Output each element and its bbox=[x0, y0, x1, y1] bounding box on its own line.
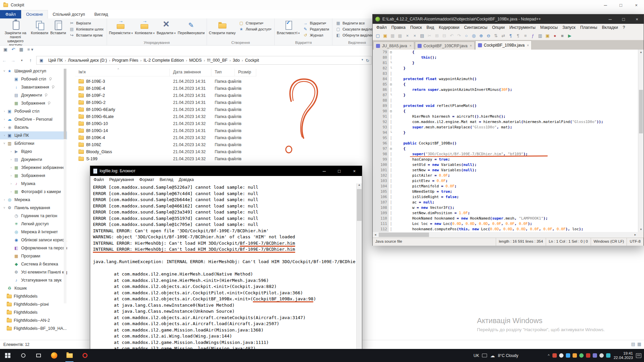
sidebar-item[interactable]: ›Мережа bbox=[0, 196, 67, 204]
recent-locations-icon[interactable]: ▾ bbox=[17, 59, 26, 62]
column-header-0[interactable]: Ім'я^ bbox=[75, 69, 170, 76]
npp-menu-Плагины[interactable]: Плагины bbox=[578, 24, 600, 31]
sidebar-item[interactable]: FlightModels bbox=[0, 308, 67, 316]
close-button[interactable]: × bbox=[630, 14, 644, 24]
rename-button[interactable]: Перейменувати bbox=[177, 19, 206, 35]
stop-macro-icon[interactable]: ■ bbox=[559, 32, 566, 39]
expander-chevron-icon[interactable]: ˅ bbox=[2, 69, 7, 73]
sidebar-item[interactable]: Облікові записи корист... bbox=[0, 236, 67, 244]
print-icon[interactable]: ▤ bbox=[419, 32, 426, 39]
refresh-icon[interactable]: ↻ bbox=[366, 58, 369, 63]
file-row[interactable]: Bf-109E-321.04.2023 14:31Папка файлів bbox=[75, 78, 256, 85]
restore-button[interactable]: □ bbox=[613, 0, 629, 10]
tray-icon[interactable] bbox=[559, 353, 564, 358]
npp-menu-Вкладки[interactable]: Вкладки bbox=[599, 24, 620, 31]
npp-menu-Вид[interactable]: Вид bbox=[424, 24, 437, 31]
file-menu-tab[interactable]: Файл bbox=[0, 10, 21, 18]
breadcrumb-item[interactable]: MODS bbox=[188, 57, 203, 63]
search-button[interactable] bbox=[15, 349, 31, 362]
sidebar-item[interactable]: Годинник та регіон bbox=[0, 212, 67, 220]
paste-icon[interactable]: ⊟ bbox=[441, 32, 448, 39]
edit-button[interactable]: Редагувати bbox=[301, 26, 331, 32]
sidebar-item[interactable]: Система й безпека bbox=[0, 260, 67, 268]
expander-chevron-icon[interactable]: › bbox=[9, 174, 13, 177]
sidebar-item[interactable]: FlightModels--різні bbox=[0, 300, 67, 308]
zoom-in-icon[interactable]: ⊕ bbox=[478, 32, 485, 39]
tray-icon[interactable] bbox=[566, 353, 570, 358]
sidebar-item[interactable]: ˅Панель керування bbox=[0, 204, 67, 212]
qat-customize-icon[interactable]: ≡ ▾ bbox=[28, 47, 34, 52]
sidebar-item[interactable]: ›Збережені зображення bbox=[0, 164, 67, 172]
npp-vertical-scrollbar[interactable]: ▲ ▼ bbox=[638, 50, 644, 232]
expander-chevron-icon[interactable]: › bbox=[9, 166, 13, 169]
expander-chevron-icon[interactable]: › bbox=[2, 110, 7, 113]
file-row[interactable]: Bf-109F-221.04.2023 14:31Папка файлів bbox=[75, 92, 256, 99]
paste-shortcut-button[interactable]: Вставити ярлик bbox=[67, 32, 106, 38]
back-button[interactable]: ← bbox=[0, 58, 9, 63]
close-tab-icon[interactable]: × bbox=[470, 44, 472, 48]
replace-icon[interactable]: ◎ bbox=[470, 32, 477, 39]
address-dropdown-icon[interactable]: ▾ bbox=[362, 58, 363, 63]
sync-scroll-v-icon[interactable]: ⇅ bbox=[492, 32, 499, 39]
sidebar-item[interactable]: Робочий стіл bbox=[0, 75, 67, 83]
sync-scroll-h-icon[interactable]: ⇄ bbox=[500, 32, 507, 39]
move-to-button[interactable]: Перемістити ▾ bbox=[108, 19, 134, 36]
scroll-up-icon[interactable]: ▲ bbox=[638, 50, 644, 55]
sidebar-item[interactable]: Оформлення та персон... bbox=[0, 244, 67, 252]
npp-menu-Файл[interactable]: Файл bbox=[374, 24, 389, 31]
qat-folder-icon[interactable]: ▣ bbox=[3, 47, 7, 52]
ribbon-tab-Основне[interactable]: Основне bbox=[21, 10, 48, 18]
scroll-right-icon[interactable]: ► bbox=[633, 232, 638, 238]
sidebar-item[interactable]: ›Музика bbox=[0, 180, 67, 188]
up-button[interactable]: ↑ bbox=[26, 58, 35, 63]
close-button[interactable]: × bbox=[629, 0, 644, 10]
properties-button[interactable]: Властивості ▾ bbox=[276, 19, 301, 36]
expander-chevron-icon[interactable]: › bbox=[2, 198, 7, 201]
file-row[interactable]: Bf-109G-221.04.2023 14:31Папка файлів bbox=[75, 99, 256, 106]
file-row[interactable]: S-19921.04.2023 14:32Папка файлів bbox=[75, 155, 256, 162]
expander-chevron-icon[interactable]: › bbox=[2, 134, 7, 137]
breadcrumb-item[interactable]: Program Files bbox=[111, 57, 140, 63]
clock[interactable]: 19:41 22.04.2023 bbox=[613, 351, 633, 360]
sidebar-item[interactable]: FlightModels bbox=[0, 292, 67, 300]
expander-chevron-icon[interactable]: › bbox=[9, 158, 13, 161]
minimize-button[interactable]: ─ bbox=[317, 166, 332, 176]
view-icons-icon[interactable]: ▦ bbox=[637, 342, 641, 347]
word-wrap-icon[interactable]: ¶ bbox=[507, 32, 514, 39]
sidebar-item[interactable]: ›OneDrive - Personal bbox=[0, 115, 67, 123]
column-header-2[interactable]: Тип bbox=[211, 69, 235, 76]
expander-chevron-icon[interactable]: › bbox=[9, 182, 13, 185]
sidebar-scrollbar[interactable] bbox=[64, 69, 66, 303]
sidebar-item[interactable]: Легкий доступ bbox=[0, 220, 67, 228]
sidebar-item[interactable]: Зображення bbox=[0, 99, 67, 107]
npp-menu-Инструменты[interactable]: Инструменты bbox=[507, 24, 538, 31]
address-bar[interactable]: Цей ПК›Локальний диск (D:)›Program Files… bbox=[36, 56, 372, 65]
close-button[interactable]: × bbox=[347, 166, 362, 176]
cut-icon[interactable]: ✂ bbox=[426, 32, 433, 39]
find-icon[interactable]: ○ bbox=[463, 32, 470, 39]
new-folder-button[interactable]: Створити папку bbox=[208, 19, 237, 35]
sidebar-item[interactable]: ›Відео bbox=[0, 147, 67, 156]
sidebar-item[interactable]: ˅Бібліотеки bbox=[0, 139, 67, 147]
notepad-scrollbar[interactable]: ▲ bbox=[356, 183, 362, 362]
zoom-out-icon[interactable]: ⊖ bbox=[485, 32, 492, 39]
breadcrumb-item[interactable]: 3do bbox=[231, 57, 241, 63]
sidebar-item[interactable]: ˅Швидкий доступ bbox=[0, 67, 67, 75]
show-all-characters-icon[interactable]: ¶ bbox=[515, 32, 522, 39]
undo-icon[interactable]: ↶ bbox=[448, 32, 455, 39]
copy-to-button[interactable]: Копіювати ▾ bbox=[134, 19, 156, 36]
npp-menu-Поиск[interactable]: Поиск bbox=[408, 24, 424, 31]
open-file-icon[interactable]: ▣ bbox=[382, 32, 389, 39]
qat-undo-icon[interactable]: ↶ bbox=[11, 47, 15, 52]
expander-chevron-icon[interactable]: › bbox=[2, 118, 7, 121]
breadcrumb-item[interactable]: Цей ПК bbox=[47, 57, 64, 63]
hidden-icons-chevron[interactable]: ^ bbox=[548, 354, 549, 358]
copy-button[interactable]: Копіювати bbox=[30, 19, 49, 35]
expander-chevron-icon[interactable]: ˅ bbox=[2, 142, 7, 145]
expander-chevron-icon[interactable]: › bbox=[2, 126, 7, 129]
log-text-area[interactable]: ERROR [com.maddox.sound.Sample@5226a7] c… bbox=[90, 183, 356, 362]
sidebar-item[interactable]: ›Робочий стіл bbox=[0, 107, 67, 115]
new-file-icon[interactable]: ▢ bbox=[374, 32, 381, 39]
file-row[interactable]: Bf-109G-1021.04.2023 14:32Папка файлів bbox=[75, 120, 256, 127]
notepad-menu-Вигляд[interactable]: Вигляд bbox=[157, 177, 176, 183]
